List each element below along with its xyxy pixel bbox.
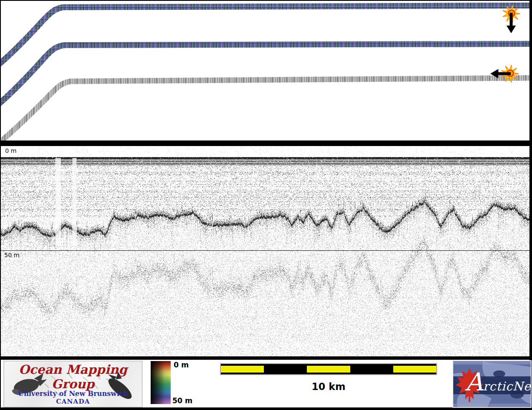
scalebar-segment-black [264, 364, 307, 374]
bathymetry-swath-middle [1, 44, 529, 105]
echogram-canvas [1, 146, 529, 356]
scalebar-segment-yellow [307, 366, 350, 373]
echogram-surface-label: 0 m [5, 147, 17, 154]
arcticnet-logo: ArcticNet [452, 360, 532, 408]
swath-panel [1, 1, 529, 140]
survey-figure: 0 m 50 m [0, 0, 532, 410]
scalebar-label: 10 km [220, 381, 437, 392]
echogram-50m-label: 50 m [4, 252, 20, 258]
arcticnet-wordmark: ArcticNet [465, 370, 532, 394]
omg-title: Ocean Mapping Group [4, 362, 142, 391]
arcticnet-initial: A [465, 367, 483, 396]
scalebar-segment-yellow [393, 366, 436, 373]
echogram-panel: 0 m 50 m [1, 146, 529, 356]
arcticnet-rest: rcticNet [483, 379, 532, 393]
bottom-bar: Ocean Mapping Group University of New Br… [1, 360, 529, 407]
ocean-mapping-group-logo: Ocean Mapping Group University of New Br… [3, 361, 143, 407]
scalebar-segment-yellow [221, 366, 264, 373]
colorbar-0m-label: 0 m [174, 361, 189, 369]
scalebar-segment-black [350, 364, 393, 374]
swath-strips-graphic [1, 1, 529, 140]
scalebar [220, 363, 437, 375]
depth-colorbar [151, 361, 171, 404]
omg-country: CANADA [4, 398, 142, 405]
omg-subtitle: University of New Brunswick [4, 390, 142, 398]
bathymetry-swath-upper [1, 6, 529, 66]
colorbar-50m-label: 50 m [172, 396, 192, 405]
scalebar-group: 10 km [220, 363, 437, 392]
sidescan-swath-lower [1, 78, 529, 140]
blast-marker-down [503, 5, 520, 33]
